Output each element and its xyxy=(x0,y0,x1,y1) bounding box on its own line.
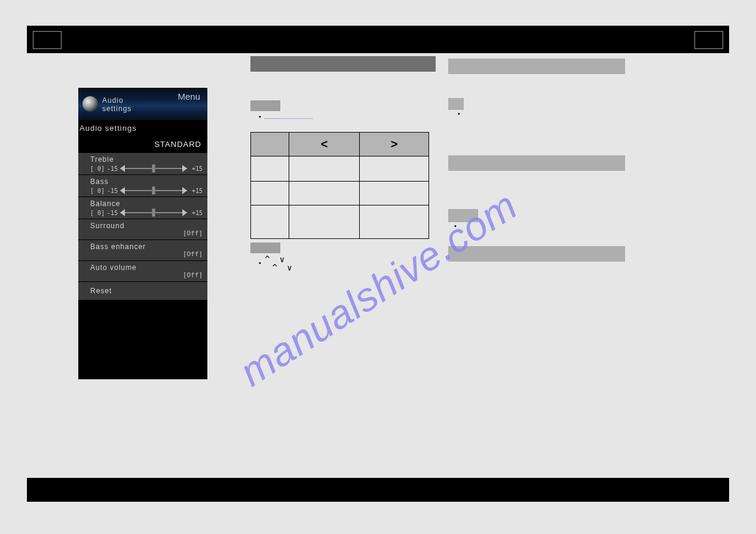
table-head-row: < > xyxy=(251,133,429,156)
slider-thumb[interactable] xyxy=(152,208,155,217)
note-tag xyxy=(250,100,280,111)
bottom-black-bar xyxy=(27,478,729,502)
table-row xyxy=(251,205,429,239)
slider-label: Bass xyxy=(90,177,203,186)
slider-label: Balance xyxy=(90,200,203,208)
slider-min: -15 xyxy=(107,165,118,172)
slider-max: +15 xyxy=(189,210,203,216)
toggle-state: Off xyxy=(183,250,203,258)
osd-header: Menu Audio settings xyxy=(78,88,207,120)
bullet-row: • xyxy=(448,222,625,229)
top-right-box xyxy=(694,31,723,49)
section-heading-band xyxy=(448,246,625,262)
slider-track[interactable] xyxy=(120,165,187,171)
balance-table: < > xyxy=(250,132,429,239)
osd-panel: Menu Audio settings Audio settings STAND… xyxy=(78,88,207,379)
slider-current: [ 0] xyxy=(90,210,105,216)
table-row xyxy=(251,182,429,205)
slider-max: +15 xyxy=(189,165,203,172)
table-row xyxy=(251,156,429,182)
slider-min: -15 xyxy=(107,210,118,216)
slider-thumb[interactable] xyxy=(152,164,155,173)
toggle-state: Off xyxy=(183,229,203,237)
right-column: • • xyxy=(448,59,625,262)
toggle-label: Bass enhancer xyxy=(90,243,203,251)
osd-section-title: Audio settings xyxy=(78,120,207,136)
section-heading-band xyxy=(448,59,625,74)
osd-header-line2: settings xyxy=(102,105,131,113)
chevron-right-icon[interactable] xyxy=(182,209,187,216)
slider-current: [ 0] xyxy=(90,188,105,194)
osd-preset: STANDARD xyxy=(78,136,207,152)
osd-toggle-surround[interactable]: Surround Off xyxy=(78,219,207,240)
note-tag xyxy=(448,209,478,222)
slider-track[interactable] xyxy=(120,210,187,216)
chevron-left-icon[interactable] xyxy=(120,165,125,172)
osd-slider-balance[interactable]: Balance [ 0] -15 +15 xyxy=(78,197,207,219)
slider-current: [ 0] xyxy=(90,165,105,172)
middle-column: • < > • ^ ∨ ^ ∨ xyxy=(250,56,436,272)
chevron-right-icon[interactable] xyxy=(182,165,187,172)
chevron-right-icon[interactable] xyxy=(182,187,187,194)
osd-toggle-bass-enhancer[interactable]: Bass enhancer Off xyxy=(78,240,207,260)
osd-reset[interactable]: Reset xyxy=(78,282,207,300)
osd-slider-treble[interactable]: Treble [ 0] -15 +15 xyxy=(78,153,207,174)
top-left-box xyxy=(33,31,62,49)
bullet-row: • ^ ∨ ^ ∨ xyxy=(250,255,436,272)
document-page: Menu Audio settings Audio settings STAND… xyxy=(27,26,729,515)
slider-max: +15 xyxy=(189,188,203,194)
toggle-label: Auto volume xyxy=(90,263,203,272)
slider-thumb[interactable] xyxy=(152,186,155,195)
toggle-state: Off xyxy=(183,271,203,279)
osd-slider-bass[interactable]: Bass [ 0] -15 +15 xyxy=(78,175,207,197)
toggle-label: Surround xyxy=(90,222,203,230)
osd-toggle-auto-volume[interactable]: Auto volume Off xyxy=(78,261,207,281)
up-down-caret-icon: ^ ∨ ^ ∨ xyxy=(265,255,295,272)
table-head-empty xyxy=(251,133,289,156)
osd-header-title: Audio settings xyxy=(102,96,131,113)
slider-label: Treble xyxy=(90,155,203,164)
bullet-row: • xyxy=(250,113,436,120)
chevron-left-icon[interactable] xyxy=(120,209,125,216)
osd-header-line1: Audio xyxy=(102,96,124,105)
page-body: Menu Audio settings Audio settings STAND… xyxy=(27,53,729,478)
osd-menu-label: Menu xyxy=(177,91,200,102)
slider-track[interactable] xyxy=(120,188,187,194)
top-black-bar xyxy=(27,26,729,53)
dotted-link-placeholder xyxy=(265,114,313,119)
section-heading-band xyxy=(250,56,436,72)
note-tag xyxy=(250,243,280,253)
chevron-left-icon[interactable] xyxy=(120,187,125,194)
section-heading-band xyxy=(448,155,625,171)
table-head-right: > xyxy=(360,133,429,156)
table-head-left: < xyxy=(289,133,360,156)
speaker-icon xyxy=(81,95,99,113)
bullet-row: • xyxy=(448,110,625,117)
slider-min: -15 xyxy=(107,188,118,194)
note-tag xyxy=(448,98,464,110)
